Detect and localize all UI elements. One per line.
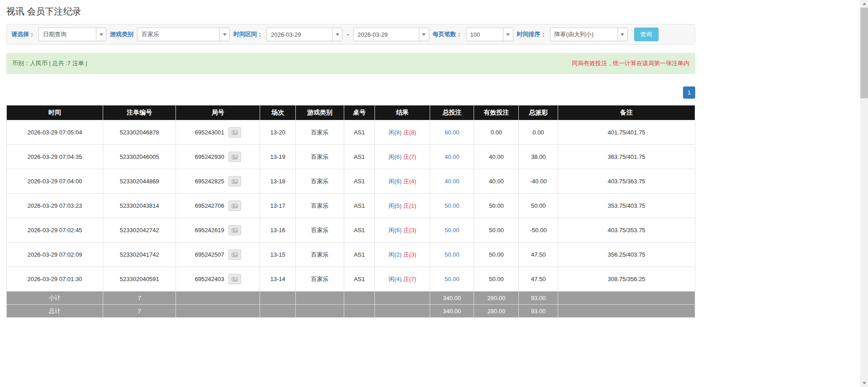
page-size-combo[interactable] bbox=[466, 28, 513, 41]
cell-table-no: AS1 bbox=[344, 169, 375, 194]
date-to-combo[interactable] bbox=[353, 28, 429, 41]
subtotal-label: 小计 bbox=[7, 291, 103, 305]
total-label: 总计 bbox=[7, 305, 103, 318]
query-type-combo[interactable] bbox=[38, 28, 106, 41]
cell-remark: 308.75/356.25 bbox=[558, 267, 695, 291]
result-player: 闲(8) bbox=[389, 129, 402, 136]
cell-valid-bet: 50.00 bbox=[474, 243, 519, 267]
page-size-caret-icon[interactable] bbox=[503, 28, 513, 41]
cell-round-id: 695243001 bbox=[176, 120, 260, 145]
game-type-input[interactable] bbox=[138, 28, 219, 41]
cell-round-id: 695242706 bbox=[176, 194, 260, 218]
cell-round-id: 695242403 bbox=[176, 267, 260, 291]
table-row: 2026-03-29 07:04:35 523302046005 6952429… bbox=[7, 145, 695, 169]
game-replay-button[interactable] bbox=[228, 176, 241, 186]
date-to-input[interactable] bbox=[354, 28, 419, 41]
cell-total-bet: 40.00 bbox=[430, 169, 474, 194]
table-body: 2026-03-29 07:05:04 523302046878 6952430… bbox=[7, 120, 695, 291]
cell-time: 2026-03-29 07:04:35 bbox=[7, 145, 103, 169]
cell-bet-id: 523302046005 bbox=[103, 145, 176, 169]
cell-game-type: 百家乐 bbox=[296, 267, 344, 291]
cell-total-bet: 50.00 bbox=[430, 194, 474, 218]
total-bet-link[interactable]: 50.00 bbox=[445, 251, 460, 258]
pagination: 1 bbox=[6, 86, 695, 99]
cell-bet-id: 523302046878 bbox=[103, 120, 176, 145]
round-id-text: 695242930 bbox=[195, 153, 224, 160]
total-empty-cell bbox=[344, 305, 375, 318]
page-size-label: 每页笔数： bbox=[433, 30, 462, 38]
round-id-text: 695242706 bbox=[195, 202, 224, 209]
total-bet-link[interactable]: 60.00 bbox=[445, 129, 460, 136]
cell-game-type: 百家乐 bbox=[296, 243, 344, 267]
cell-session: 13-20 bbox=[260, 120, 296, 145]
cell-round-id: 695242619 bbox=[176, 218, 260, 243]
subtotal-count: 7 bbox=[103, 291, 176, 305]
col-header-total-bet: 总投注 bbox=[430, 105, 474, 120]
page-size-input[interactable] bbox=[466, 28, 503, 41]
game-replay-button[interactable] bbox=[228, 127, 241, 138]
col-header-table-no: 桌号 bbox=[344, 105, 375, 120]
subtotal-valid-bet: 280.00 bbox=[474, 291, 519, 305]
result-banker: 庄(8) bbox=[403, 129, 416, 136]
scrollbar[interactable] bbox=[860, 0, 868, 387]
col-header-session: 场次 bbox=[260, 105, 296, 120]
date-to-caret-icon[interactable] bbox=[419, 28, 429, 41]
total-bet-link[interactable]: 50.00 bbox=[445, 276, 460, 282]
table-row: 2026-03-29 07:03:23 523302043814 6952427… bbox=[7, 194, 695, 218]
table-row: 2026-03-29 07:05:04 523302046878 6952430… bbox=[7, 120, 695, 145]
cell-round-id: 695242507 bbox=[176, 243, 260, 267]
subtotal-total-bet: 340.00 bbox=[430, 291, 474, 305]
game-replay-button[interactable] bbox=[228, 152, 241, 162]
scroll-down-icon[interactable] bbox=[860, 379, 868, 387]
date-from-input[interactable] bbox=[267, 28, 332, 41]
time-sort-caret-icon[interactable] bbox=[617, 28, 627, 41]
query-type-caret-icon[interactable] bbox=[96, 28, 106, 41]
date-from-combo[interactable] bbox=[266, 28, 342, 41]
total-bet-link[interactable]: 50.00 bbox=[445, 202, 460, 209]
cell-round-id: 695242930 bbox=[176, 145, 260, 169]
date-from-caret-icon[interactable] bbox=[332, 28, 342, 41]
total-row: 总计 7 340.00 280.00 93.00 bbox=[7, 305, 695, 318]
game-replay-button[interactable] bbox=[228, 225, 241, 235]
cell-remark: 363.75/401.75 bbox=[558, 145, 695, 169]
time-sort-combo[interactable] bbox=[550, 28, 628, 41]
cell-game-type: 百家乐 bbox=[296, 194, 344, 218]
cell-bet-id: 523302041742 bbox=[103, 243, 176, 267]
total-bet-link[interactable]: 40.00 bbox=[445, 178, 460, 185]
query-type-input[interactable] bbox=[39, 28, 96, 41]
total-bet-link[interactable]: 50.00 bbox=[445, 227, 460, 234]
game-type-combo[interactable] bbox=[137, 28, 230, 41]
time-range-label: 时间区间： bbox=[233, 30, 263, 38]
time-sort-input[interactable] bbox=[550, 28, 617, 41]
cell-total-bet: 50.00 bbox=[430, 218, 474, 243]
valid-bet-notice: 同局有效投注，统一计算在该局第一张注单内 bbox=[572, 59, 689, 67]
scroll-up-icon[interactable] bbox=[860, 0, 868, 8]
pagination-page-1[interactable]: 1 bbox=[683, 86, 695, 99]
game-type-caret-icon[interactable] bbox=[219, 28, 229, 41]
total-empty-cell bbox=[260, 305, 296, 318]
game-replay-button[interactable] bbox=[228, 249, 241, 260]
game-replay-button[interactable] bbox=[228, 274, 241, 284]
scrollbar-thumb[interactable] bbox=[860, 8, 868, 98]
cell-table-no: AS1 bbox=[344, 243, 375, 267]
game-replay-button[interactable] bbox=[228, 201, 241, 211]
game-replay-icon bbox=[232, 277, 238, 282]
table-row: 2026-03-29 07:01:30 523302040591 6952424… bbox=[7, 267, 695, 291]
cell-total-bet: 60.00 bbox=[430, 120, 474, 145]
date-range-separator: ~ bbox=[346, 31, 350, 38]
result-banker: 庄(3) bbox=[403, 227, 416, 234]
total-bet-link[interactable]: 40.00 bbox=[445, 153, 460, 160]
total-empty-cell bbox=[176, 305, 260, 318]
cell-valid-bet: 50.00 bbox=[474, 218, 519, 243]
cell-table-no: AS1 bbox=[344, 267, 375, 291]
result-player: 闲(6) bbox=[389, 178, 402, 185]
time-sort-label: 时间排序： bbox=[517, 30, 546, 38]
cell-time: 2026-03-29 07:02:45 bbox=[7, 218, 103, 243]
result-banker: 庄(4) bbox=[403, 178, 416, 185]
total-empty-cell bbox=[558, 305, 695, 318]
cell-table-no: AS1 bbox=[344, 120, 375, 145]
cell-payout: 38.00 bbox=[519, 145, 558, 169]
round-id-text: 695242507 bbox=[195, 251, 224, 258]
query-button[interactable]: 查询 bbox=[634, 28, 659, 41]
cell-result: 闲(6) 庄(3) bbox=[375, 218, 430, 243]
